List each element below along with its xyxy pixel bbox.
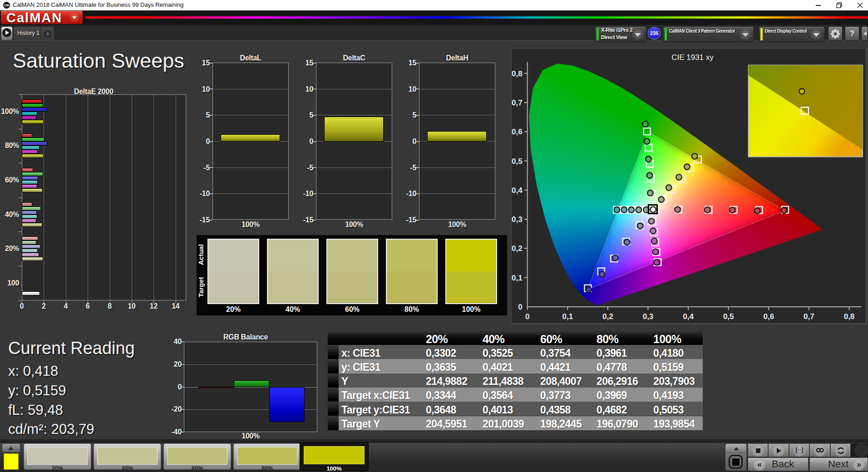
svg-text:0,8: 0,8 xyxy=(844,312,855,321)
svg-text:0,1: 0,1 xyxy=(512,274,523,282)
svg-text:0,5: 0,5 xyxy=(512,157,523,166)
svg-text:0,7: 0,7 xyxy=(512,98,523,107)
svg-text:0,8: 0,8 xyxy=(512,69,523,78)
svg-text:0,6: 0,6 xyxy=(763,312,774,321)
svg-text:0,4: 0,4 xyxy=(512,186,523,195)
svg-text:0,6: 0,6 xyxy=(512,128,523,136)
svg-text:0,5: 0,5 xyxy=(723,312,734,321)
svg-text:CIE 1931 xy: CIE 1931 xy xyxy=(671,53,714,62)
svg-text:0,3: 0,3 xyxy=(512,215,523,224)
svg-text:0,2: 0,2 xyxy=(512,244,523,253)
svg-text:0,3: 0,3 xyxy=(643,312,654,321)
svg-text:0: 0 xyxy=(525,312,529,321)
svg-text:0,1: 0,1 xyxy=(562,312,573,321)
svg-text:0: 0 xyxy=(518,303,522,311)
svg-text:0,7: 0,7 xyxy=(804,312,814,321)
svg-text:0,4: 0,4 xyxy=(683,312,694,321)
svg-text:0,2: 0,2 xyxy=(602,312,613,321)
